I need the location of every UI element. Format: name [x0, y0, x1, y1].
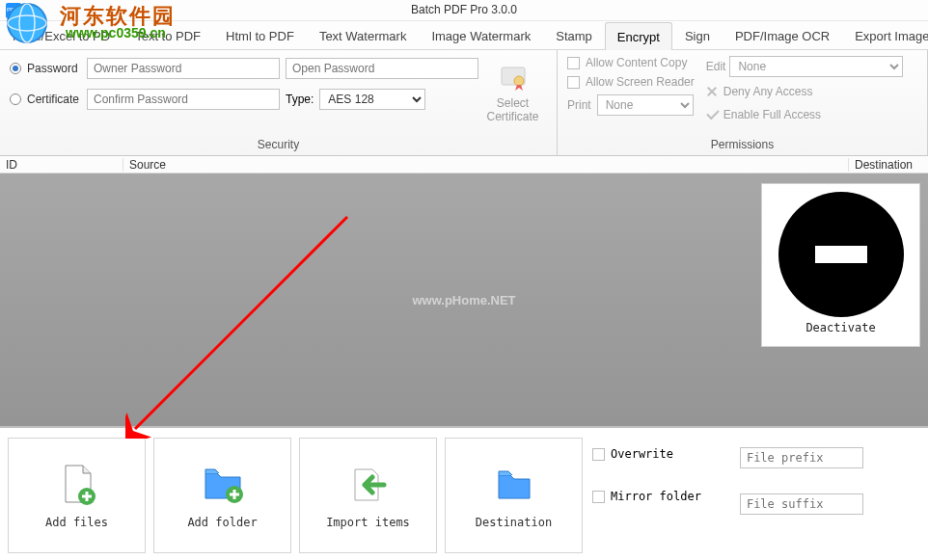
tab-pdf-image-ocr[interactable]: PDF/Image OCR	[723, 21, 842, 49]
tab-stamp[interactable]: Stamp	[543, 21, 605, 49]
check-icon	[706, 109, 718, 120]
owner-password-input[interactable]	[87, 58, 280, 79]
edit-label: Edit	[706, 60, 726, 73]
deactivate-card[interactable]: Deactivate	[761, 183, 920, 347]
content-area: www.pHome.NET Deactivate	[0, 173, 928, 426]
print-label: Print	[567, 98, 591, 112]
tab-image-watermark[interactable]: Image Watermark	[419, 21, 543, 49]
destination-button[interactable]: Destination	[445, 438, 583, 553]
radio-password[interactable]	[10, 63, 21, 74]
tab-more-excel[interactable]: More/Excel to PD	[0, 21, 123, 49]
group-permissions-label: Permissions	[558, 135, 927, 155]
edit-select[interactable]: None	[729, 56, 903, 77]
chk-allow-reader[interactable]	[567, 76, 580, 89]
minus-circle-icon	[778, 192, 904, 317]
col-destination[interactable]: Destination	[849, 158, 928, 172]
radio-certificate[interactable]	[10, 93, 21, 105]
add-files-button[interactable]: Add files	[8, 438, 146, 553]
import-icon	[345, 462, 392, 508]
print-select[interactable]: None	[597, 94, 694, 116]
col-source[interactable]: Source	[123, 158, 849, 172]
deactivate-label: Deactivate	[762, 321, 919, 334]
chk-mirror[interactable]	[592, 491, 605, 503]
label-password: Password	[27, 62, 81, 75]
col-id[interactable]: ID	[0, 158, 123, 172]
file-prefix-input[interactable]	[740, 447, 863, 468]
label-certificate: Certificate	[27, 93, 81, 106]
bottom-panel: Add files Add folder Import items Destin…	[0, 426, 928, 560]
enable-access-button[interactable]: Enable Full Access	[706, 106, 904, 123]
tab-encrypt[interactable]: Encrypt	[605, 22, 672, 50]
folder-icon	[491, 462, 537, 508]
file-suffix-input[interactable]	[740, 493, 863, 515]
deny-access-button[interactable]: Deny Any Access	[706, 83, 904, 100]
type-label: Type:	[286, 93, 314, 106]
chk-overwrite[interactable]	[592, 448, 605, 461]
app-icon	[6, 3, 21, 18]
table-header: ID Source Destination	[0, 156, 928, 173]
file-plus-icon	[54, 462, 100, 508]
tab-html-to-pdf[interactable]: Html to PDF	[213, 21, 307, 49]
svg-point-5	[514, 76, 524, 86]
import-items-button[interactable]: Import items	[299, 438, 437, 553]
tab-text-watermark[interactable]: Text Watermark	[307, 21, 420, 49]
tab-export-images[interactable]: Export Images	[842, 21, 928, 49]
type-select[interactable]: AES 128	[319, 89, 425, 110]
select-certificate-button[interactable]: Select Certificate	[482, 56, 543, 124]
add-folder-button[interactable]: Add folder	[153, 438, 291, 553]
group-security-label: Security	[0, 135, 557, 155]
confirm-password-input[interactable]	[87, 89, 280, 110]
chk-allow-copy[interactable]	[567, 57, 580, 69]
cross-icon	[706, 86, 718, 97]
ribbon-tabs: More/Excel to PD Text to PDF Html to PDF…	[0, 21, 928, 50]
app-title: Batch PDF Pro 3.0.0	[411, 3, 517, 16]
tab-sign[interactable]: Sign	[672, 21, 723, 49]
folder-plus-icon	[200, 462, 246, 508]
open-password-input[interactable]	[286, 58, 478, 79]
tab-text-to-pdf[interactable]: Text to PDF	[123, 21, 213, 49]
mid-watermark: www.pHome.NET	[412, 293, 515, 307]
